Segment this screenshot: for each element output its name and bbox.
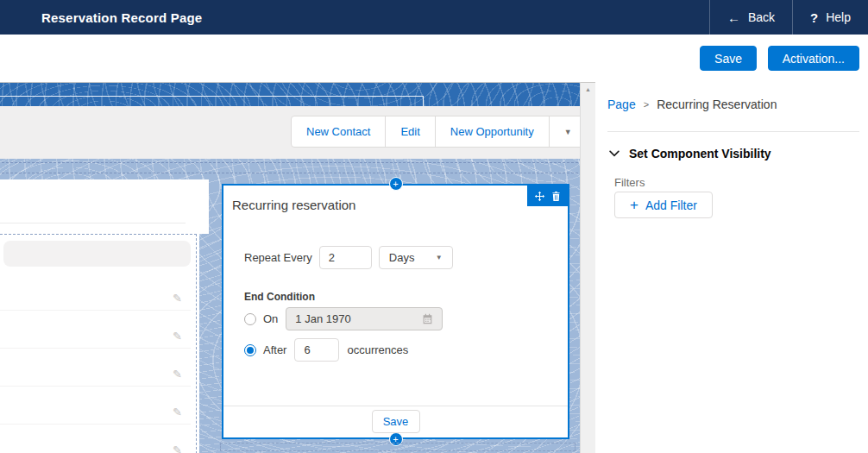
record-header-band [0, 83, 580, 106]
frequency-select[interactable]: Days ▼ [379, 246, 453, 269]
end-after-radio[interactable] [244, 344, 256, 356]
end-after-label: After [263, 343, 286, 356]
edit-pencil-icon[interactable]: ✎ [173, 292, 182, 305]
chevron-down-icon [609, 150, 620, 157]
chevron-down-icon: ▼ [564, 128, 572, 136]
repeat-every-input[interactable] [319, 246, 372, 269]
record-field-row: ✎ [0, 311, 191, 349]
builder-toolbar: Save Activation... [0, 35, 868, 82]
add-filter-button[interactable]: + Add Filter [614, 192, 713, 218]
end-on-row: On 1 Jan 1970 [244, 307, 443, 330]
section-header-bar [3, 241, 191, 267]
component-title: Recurring reservation [232, 198, 355, 212]
page-canvas: New Contact Edit New Opportunity ▼ ✎ [0, 82, 580, 453]
component-footer-divider [223, 406, 568, 406]
end-date-input[interactable]: 1 Jan 1970 [286, 307, 443, 330]
save-page-button[interactable]: Save [700, 46, 757, 71]
new-opportunity-button[interactable]: New Opportunity [435, 116, 549, 147]
add-component-above-button[interactable]: + [389, 177, 403, 191]
activation-button[interactable]: Activation... [768, 46, 859, 71]
visibility-section-title: Set Component Visibility [629, 147, 771, 160]
repeat-every-row: Repeat Every Days ▼ [244, 246, 453, 269]
back-button[interactable]: ← Back [710, 0, 792, 35]
component-action-badge [527, 186, 568, 206]
breadcrumb: Page > Recurring Reservation [607, 98, 777, 111]
record-field-row: ✎ [0, 387, 191, 425]
breadcrumb-current: Recurring Reservation [657, 98, 777, 111]
help-icon: ? [810, 10, 818, 25]
edit-pencil-icon[interactable]: ✎ [173, 444, 182, 453]
repeat-every-label: Repeat Every [244, 251, 312, 264]
breadcrumb-page-link[interactable]: Page [607, 98, 636, 111]
scroll-up-icon[interactable]: ▲ [581, 86, 595, 92]
edit-button[interactable]: Edit [385, 116, 434, 147]
record-field-row: ✎ [0, 425, 191, 453]
app-builder-window: Reservation Record Page ← Back ? Help Sa… [0, 0, 868, 453]
region-outline [423, 96, 424, 106]
component-visibility-section-toggle[interactable]: Set Component Visibility [609, 147, 771, 160]
panel-divider [0, 223, 186, 223]
drop-zone-strip [2, 162, 578, 173]
occurrences-input[interactable] [294, 338, 339, 362]
app-header: Reservation Record Page ← Back ? Help [0, 0, 868, 35]
record-detail-panel-top [0, 179, 209, 234]
trash-icon[interactable] [551, 191, 561, 202]
occurrences-label: occurrences [347, 343, 408, 356]
record-field-row: ✎ [0, 349, 191, 387]
calendar-icon [422, 313, 433, 324]
recurring-reservation-component[interactable]: + + Recurring reservation Repeat Every D… [222, 184, 569, 439]
end-after-row: After occurrences [244, 338, 408, 362]
end-on-radio[interactable] [244, 313, 256, 325]
help-label: Help [826, 10, 851, 24]
plus-icon: + [630, 198, 638, 212]
move-icon[interactable] [534, 191, 545, 202]
record-field-row: ✎ [0, 273, 191, 311]
properties-sidebar: Page > Recurring Reservation Set Compone… [595, 82, 868, 453]
edit-pencil-icon[interactable]: ✎ [173, 368, 182, 381]
region-dashed-border [0, 234, 197, 235]
back-label: Back [748, 10, 775, 24]
filters-label: Filters [614, 176, 645, 189]
chevron-down-icon: ▼ [436, 254, 443, 261]
end-condition-label: End Condition [244, 291, 315, 303]
header-actions: ← Back ? Help [709, 0, 868, 35]
end-on-label: On [263, 312, 278, 325]
breadcrumb-separator: > [644, 99, 649, 110]
new-contact-button[interactable]: New Contact [292, 116, 385, 147]
component-save-button[interactable]: Save [372, 410, 420, 433]
drop-zone-strip [220, 443, 576, 451]
edit-pencil-icon[interactable]: ✎ [173, 406, 182, 418]
region-dashed-border [196, 234, 197, 453]
canvas-scrollbar[interactable]: ▲ [580, 82, 595, 453]
page-title: Reservation Record Page [41, 10, 202, 25]
sidebar-divider [607, 131, 859, 132]
back-arrow-icon: ← [727, 10, 740, 25]
end-date-value: 1 Jan 1970 [295, 312, 350, 325]
highlights-panel-placeholder: New Contact Edit New Opportunity ▼ [0, 106, 580, 159]
add-filter-label: Add Filter [645, 198, 697, 212]
frequency-value: Days [389, 251, 415, 264]
record-detail-panel: ✎ ✎ ✎ ✎ ✎ [0, 234, 199, 453]
help-button[interactable]: ? Help [793, 0, 868, 35]
record-action-group: New Contact Edit New Opportunity ▼ [291, 116, 588, 148]
record-field-list: ✎ ✎ ✎ ✎ ✎ [0, 273, 191, 453]
edit-pencil-icon[interactable]: ✎ [173, 330, 182, 343]
region-outline [0, 96, 423, 97]
